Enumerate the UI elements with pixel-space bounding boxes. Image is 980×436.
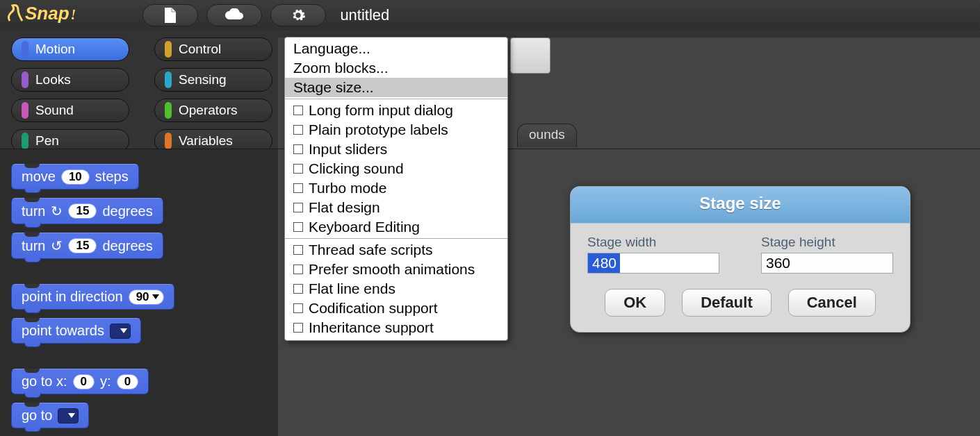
menu-keyboard-editing[interactable]: Keyboard Editing xyxy=(285,217,507,237)
category-label: Sensing xyxy=(179,72,227,87)
menu-plain-prototype[interactable]: Plain prototype labels xyxy=(285,120,507,140)
dialog-title: Stage size xyxy=(571,187,910,224)
stage-width-input[interactable] xyxy=(587,253,719,274)
cloud-icon xyxy=(224,8,245,22)
dialog-body: Stage width Stage height xyxy=(571,224,910,282)
block-move-steps[interactable]: move 10 steps xyxy=(11,164,139,190)
category-looks[interactable]: Looks xyxy=(11,68,129,92)
block-text: go to x: xyxy=(22,374,67,389)
menu-codification[interactable]: Codification support xyxy=(285,299,507,318)
checkbox-icon xyxy=(293,164,303,174)
ok-button[interactable]: OK xyxy=(605,289,665,317)
block-input-degrees[interactable]: 15 xyxy=(68,238,97,253)
block-input-x[interactable]: 0 xyxy=(73,374,95,389)
checkbox-icon xyxy=(293,284,303,294)
menu-flat-design[interactable]: Flat design xyxy=(285,198,507,217)
block-turn-ccw[interactable]: turn ↺ 15 degrees xyxy=(11,233,163,259)
category-dot xyxy=(165,133,172,149)
category-label: Control xyxy=(179,42,221,57)
category-label: Operators xyxy=(179,103,237,118)
stage-width-label: Stage width xyxy=(587,235,719,250)
file-button[interactable] xyxy=(142,4,198,26)
menu-flat-line-ends[interactable]: Flat line ends xyxy=(285,279,507,299)
category-dot xyxy=(22,72,28,88)
block-turn-cw[interactable]: turn ↻ 15 degrees xyxy=(11,198,163,224)
category-palette: Motion Control Looks Sensing Sound Opera… xyxy=(11,37,272,153)
turn-ccw-icon: ↺ xyxy=(51,237,63,254)
chevron-down-icon xyxy=(120,328,127,333)
cloud-button[interactable] xyxy=(206,4,262,26)
chevron-down-icon xyxy=(152,294,159,299)
block-text: go to xyxy=(22,408,52,424)
menu-thread-safe[interactable]: Thread safe scripts xyxy=(285,240,507,260)
menu-stage-size[interactable]: Stage size... xyxy=(285,78,507,97)
block-text: degrees xyxy=(102,203,152,219)
tab-sounds-partial[interactable]: ounds xyxy=(517,124,577,147)
stage-height-input[interactable] xyxy=(761,253,893,274)
block-go-to[interactable]: go to xyxy=(11,403,89,428)
block-input-steps[interactable]: 10 xyxy=(61,169,90,185)
checkbox-icon xyxy=(293,125,303,135)
block-text: y: xyxy=(100,374,111,389)
category-label: Variables xyxy=(179,133,233,149)
menu-long-form-input[interactable]: Long form input dialog xyxy=(285,101,507,120)
menu-input-sliders[interactable]: Input sliders xyxy=(285,140,507,159)
block-text: steps xyxy=(95,169,129,185)
block-dropdown-target[interactable] xyxy=(58,408,79,424)
cancel-button[interactable]: Cancel xyxy=(788,289,876,317)
category-control[interactable]: Control xyxy=(154,37,272,61)
sprite-thumbnail[interactable] xyxy=(510,37,550,74)
default-button[interactable]: Default xyxy=(682,289,771,317)
settings-button[interactable] xyxy=(270,4,326,26)
checkbox-icon xyxy=(293,222,303,232)
block-list: move 10 steps turn ↻ 15 degrees turn ↺ 1… xyxy=(11,164,174,428)
category-label: Sound xyxy=(35,103,74,118)
menu-zoom-blocks[interactable]: Zoom blocks... xyxy=(285,58,507,78)
category-label: Pen xyxy=(35,133,59,149)
menu-clicking-sound[interactable]: Clicking sound xyxy=(285,159,507,178)
block-text: turn xyxy=(22,203,45,219)
category-sensing[interactable]: Sensing xyxy=(154,68,272,92)
menu-divider xyxy=(285,99,507,99)
category-motion[interactable]: Motion xyxy=(11,37,129,61)
block-point-towards[interactable]: point towards xyxy=(11,318,141,344)
field-stage-width: Stage width xyxy=(587,235,719,274)
block-input-degrees[interactable]: 15 xyxy=(68,203,97,219)
lambda-icon xyxy=(6,0,26,25)
checkbox-icon xyxy=(293,106,303,115)
category-operators[interactable]: Operators xyxy=(154,99,272,122)
dialog-buttons: OK Default Cancel xyxy=(571,282,910,332)
gear-icon xyxy=(291,8,306,23)
menu-language[interactable]: Language... xyxy=(285,39,507,58)
settings-menu: Language... Zoom blocks... Stage size...… xyxy=(284,37,508,341)
stage-size-dialog: Stage size Stage width Stage height OK D… xyxy=(570,186,910,333)
category-sound[interactable]: Sound xyxy=(11,99,129,122)
menu-smooth-anim[interactable]: Prefer smooth animations xyxy=(285,260,507,279)
category-dot xyxy=(165,72,172,88)
file-icon xyxy=(163,8,177,23)
block-text: degrees xyxy=(102,238,152,254)
category-dot xyxy=(22,133,28,149)
checkbox-icon xyxy=(293,183,303,193)
stage-height-label: Stage height xyxy=(761,235,893,250)
block-text: point in direction xyxy=(22,289,123,305)
block-point-direction[interactable]: point in direction 90 xyxy=(11,284,174,310)
block-input-y[interactable]: 0 xyxy=(117,374,138,389)
menu-turbo-mode[interactable]: Turbo mode xyxy=(285,178,507,198)
field-stage-height: Stage height xyxy=(761,235,893,274)
block-dropdown-target[interactable] xyxy=(110,324,131,339)
block-input-direction[interactable]: 90 xyxy=(129,290,164,305)
project-title[interactable]: untitled xyxy=(340,6,389,24)
category-label: Motion xyxy=(35,42,75,57)
category-dot xyxy=(165,102,172,119)
logo-exclaim: ! xyxy=(71,7,76,23)
category-label: Looks xyxy=(35,72,71,87)
block-go-to-xy[interactable]: go to x: 0 y: 0 xyxy=(11,369,149,394)
block-text: turn xyxy=(22,238,45,254)
category-dot xyxy=(22,41,28,58)
menu-inheritance[interactable]: Inheritance support xyxy=(285,318,507,337)
block-text: move xyxy=(22,169,56,185)
logo-text: Snap xyxy=(25,3,70,24)
checkbox-icon xyxy=(293,245,303,255)
menu-divider xyxy=(285,238,507,239)
